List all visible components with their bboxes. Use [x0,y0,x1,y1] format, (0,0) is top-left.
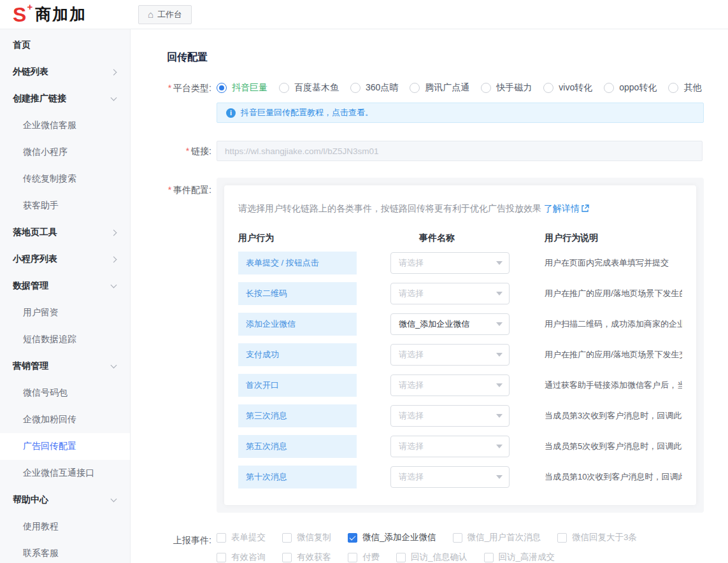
sidebar-item-help-center[interactable]: 帮助中心 [0,487,130,513]
event-row-first-message: 首次开口 请选择 通过获客助手链接添加微信客户后，当微... [238,374,682,397]
sidebar-item-tutorials[interactable]: 使用教程 [0,513,130,540]
checkbox-payment[interactable]: 付费 [348,552,380,563]
radio-kuaishou-cili[interactable]: 快手磁力 [481,82,532,94]
sidebar-item-copy-search[interactable]: 传统复制搜索 [0,166,130,192]
dropdown-arrow-icon [496,414,503,418]
checkbox-valid-lead[interactable]: 有效获客 [282,552,331,563]
chevron-down-icon [111,362,117,369]
checkbox-icon [396,553,406,562]
event-select[interactable]: 请选择 [390,252,510,274]
radio-360-dianjing[interactable]: 360点睛 [350,82,398,94]
behavior-description: 用户在推广的应用/落地页场景下发生的... [545,288,682,299]
event-row-tenth-message: 第十次消息 请选择 当成员第10次收到客户消息时，回调此事... [238,466,682,488]
sidebar-item-create-promo-link[interactable]: 创建推广链接 [0,85,130,112]
event-config-label: *事件配置: [131,178,217,197]
sidebar-nav: 首页 外链列表 创建推广链接 企业微信客服 微信小程序 传统复制搜索 获客助手 … [0,29,131,563]
sidebar-item-wechat-miniprogram[interactable]: 微信小程序 [0,139,130,166]
radio-icon [543,83,553,93]
sidebar-item-marketing-management[interactable]: 营销管理 [0,353,130,380]
checkbox-form-submit[interactable]: 表单提交 [217,532,266,543]
sidebar-item-ad-callback-config[interactable]: 广告回传配置 [0,433,130,460]
learn-more-link[interactable]: 了解详情 [544,203,589,213]
sidebar-item-external-links[interactable]: 外链列表 [0,59,130,85]
behavior-description: 通过获客助手链接添加微信客户后，当微... [545,380,682,391]
behavior-description: 用户在页面内完成表单填写并提交 [545,257,682,269]
event-select[interactable]: 微信_添加企业微信 [390,313,510,335]
event-select[interactable]: 请选择 [390,283,510,304]
sidebar-item-wecom-interop-api[interactable]: 企业微信互通接口 [0,460,130,487]
link-input[interactable] [217,141,703,161]
chevron-down-icon [111,95,117,101]
behavior-description: 当成员第5次收到客户消息时，回调此事... [545,441,682,452]
event-row-long-press-qr: 长按二维码 请选择 用户在推广的应用/落地页场景下发生的... [238,282,682,305]
event-select[interactable]: 请选择 [390,436,510,457]
sidebar-item-home[interactable]: 首页 [0,32,130,59]
behavior-cell[interactable]: 首次开口 [238,374,357,397]
behavior-cell[interactable]: 第五次消息 [238,435,357,458]
sidebar-item-wecom-service[interactable]: 企业微信客服 [0,112,130,139]
col-event-name: 事件名称 [390,232,510,244]
checkbox-revisit-info-confirm[interactable]: 回访_信息确认 [396,552,467,563]
event-select[interactable]: 请选择 [390,374,510,396]
checkbox-wechat-first-message[interactable]: 微信_用户首次消息 [453,532,541,543]
event-config-row: *事件配置: 请选择用户转化链路上的各类事件，按链路回传将更有利于优化广告投放效… [131,178,728,513]
radio-tencent-guangdiantong[interactable]: 腾讯广点通 [410,82,469,94]
radio-vivo[interactable]: vivo转化 [543,82,592,94]
behavior-cell[interactable]: 第三次消息 [238,404,357,427]
checkbox-checked-icon [348,533,357,543]
radio-baidu-jimuyu[interactable]: 百度基木鱼 [279,82,339,94]
event-row-third-message: 第三次消息 请选择 当成员第3次收到客户消息时，回调此事... [238,404,682,427]
behavior-cell[interactable]: 长按二维码 [238,282,357,305]
sidebar-item-landing-page-tools[interactable]: 落地页工具 [0,219,130,246]
checkbox-valid-consult[interactable]: 有效咨询 [217,552,266,563]
tutorial-notice-banner[interactable]: i 抖音巨量回传配置教程，点击查看。 [217,103,704,123]
dropdown-arrow-icon [496,445,503,448]
checkbox-revisit-high-potential[interactable]: 回访_高潜成交 [484,552,555,563]
event-row-payment-success: 支付成功 请选择 用户在推广的应用/落地页场景下发生交... [238,343,682,366]
event-row-form-submit: 表单提交 / 按钮点击 请选择 用户在页面内完成表单填写并提交 [238,252,682,274]
behavior-cell[interactable]: 添加企业微信 [238,313,357,336]
sidebar-item-contact-support[interactable]: 联系客服 [0,540,130,563]
dropdown-arrow-icon [496,322,503,326]
checkbox-icon [282,533,292,543]
info-icon: i [226,108,236,118]
dropdown-arrow-icon [496,383,503,387]
sidebar-item-wecom-fan-callback[interactable]: 企微加粉回传 [0,406,130,433]
sidebar-item-wechat-number-pack[interactable]: 微信号码包 [0,380,130,406]
event-select[interactable]: 请选择 [390,466,510,488]
sidebar-item-user-leads[interactable]: 用户留资 [0,299,130,326]
checkbox-wechat-reply-gt3[interactable]: 微信回复大于3条 [557,532,637,543]
chevron-down-icon [111,282,117,289]
event-select[interactable]: 请选择 [390,405,510,427]
checkbox-icon [282,553,292,562]
sidebar-item-sms-tracking[interactable]: 短信数据追踪 [0,326,130,353]
behavior-description: 当成员第10次收到客户消息时，回调此事... [545,471,682,483]
radio-other[interactable]: 其他 [668,82,701,94]
checkbox-wechat-add-wecom[interactable]: 微信_添加企业微信 [348,532,436,543]
dropdown-arrow-icon [496,292,503,296]
behavior-cell[interactable]: 支付成功 [238,343,357,366]
radio-oppo[interactable]: oppo转化 [604,82,657,94]
sidebar-item-data-management[interactable]: 数据管理 [0,273,130,299]
required-asterisk: * [168,185,171,195]
behavior-description: 当成员第3次收到客户消息时，回调此事... [545,410,682,422]
chevron-right-icon [111,229,117,236]
event-row-add-wecom: 添加企业微信 微信_添加企业微信 用户扫描二维码，成功添加商家的企业微信 [238,313,682,336]
behavior-cell[interactable]: 表单提交 / 按钮点击 [238,252,357,274]
behavior-cell[interactable]: 第十次消息 [238,466,357,488]
radio-douyin-juliang[interactable]: 抖音巨量 [217,82,268,94]
sidebar-item-customer-assistant[interactable]: 获客助手 [0,192,130,219]
checkbox-wechat-copy[interactable]: 微信复制 [282,532,331,543]
app-logo: S+ 商加加 [0,4,131,25]
event-select[interactable]: 请选择 [390,344,510,366]
checkbox-icon [217,533,226,543]
workbench-tab[interactable]: ⌂ 工作台 [138,5,192,24]
radio-icon [410,83,420,93]
sidebar-item-miniprogram-list[interactable]: 小程序列表 [0,246,130,273]
platform-radio-group: 抖音巨量 百度基木鱼 360点睛 腾讯广点通 快手磁力 vivo转化 oppo转… [217,81,701,95]
event-config-panel: 请选择用户转化链路上的各类事件，按链路回传将更有利于优化广告投放效果 了解详情 … [217,178,704,513]
link-row: *链接: [131,141,728,161]
logo-plus-icon: + [27,2,33,11]
checkbox-icon [348,553,357,562]
link-label: *链接: [131,144,217,158]
